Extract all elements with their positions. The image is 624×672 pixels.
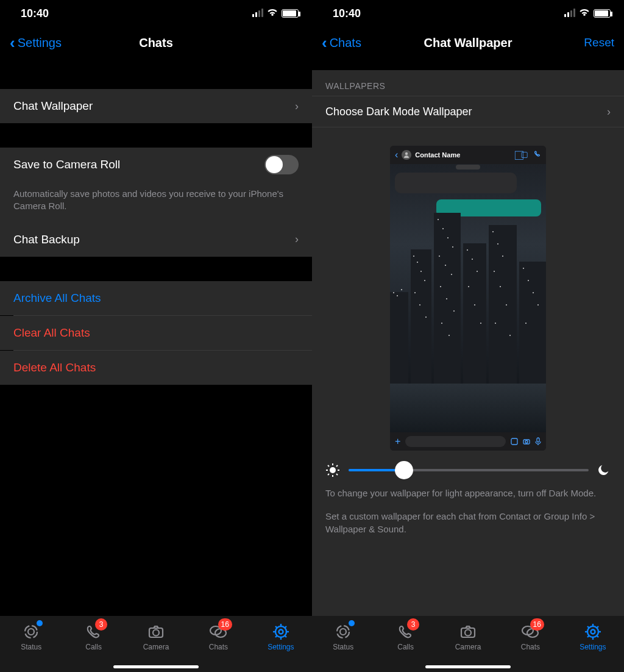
svg-line-67 [328,465,329,466]
tab-settings[interactable]: Settings [562,616,624,659]
tab-bar: Status 3 Calls Camera 16 Chats Settings [312,616,624,672]
preview-skyline [390,225,546,432]
save-camera-roll-row[interactable]: Save to Camera Roll [0,148,312,182]
svg-rect-32 [445,265,446,266]
svg-point-74 [465,630,471,636]
svg-rect-27 [438,219,439,220]
svg-point-16 [405,152,408,155]
nav-header: ‹ Chats Chat Wallpaper Reset [312,27,624,59]
back-button[interactable]: ‹ Chats [322,35,361,51]
reset-button[interactable]: Reset [584,36,614,49]
svg-rect-48 [494,271,495,272]
svg-line-69 [328,474,329,475]
tab-label: Chats [521,643,540,651]
svg-rect-52 [509,335,511,336]
save-camera-roll-toggle[interactable] [264,155,299,174]
back-label: Chats [330,36,361,50]
tab-label: Settings [580,643,606,651]
tab-status[interactable]: Status [312,616,374,659]
svg-rect-25 [419,304,420,306]
svg-point-78 [590,630,595,634]
chevron-left-icon: ‹ [322,35,327,51]
gear-icon [272,623,289,640]
tab-settings[interactable]: Settings [250,616,312,659]
svg-rect-30 [452,246,453,248]
svg-rect-33 [451,274,452,275]
tab-label: Camera [143,643,169,651]
preview-contact-name: Contact Name [415,151,460,159]
row-label: Clear All Chats [13,326,90,340]
slider-knob[interactable] [395,461,413,479]
avatar-icon [402,150,411,160]
svg-line-14 [275,635,277,637]
svg-rect-21 [417,262,418,263]
row-label: Chat Backup [13,233,80,246]
svg-rect-37 [441,323,442,324]
tab-bar: Status 3 Calls Camera 16 Chats Settings [0,616,312,672]
status-dot-badge [349,620,355,626]
svg-point-7 [278,630,283,634]
svg-rect-24 [414,292,416,293]
archive-all-chats-button[interactable]: Archive All Chats [0,281,312,315]
tab-chats[interactable]: 16 Chats [499,616,561,659]
brightness-slider[interactable] [349,469,589,471]
svg-rect-29 [447,237,448,238]
signal-icon [563,7,575,20]
svg-rect-22 [420,271,422,272]
preview-input-bar: + [390,432,546,451]
svg-rect-31 [439,256,440,257]
chats-badge: 16 [218,618,232,631]
choose-dark-wallpaper-row[interactable]: Choose Dark Mode Wallpaper › [312,96,624,127]
chat-backup-row[interactable]: Chat Backup › [0,223,312,257]
tab-camera[interactable]: Camera [437,616,499,659]
tab-camera[interactable]: Camera [125,616,187,659]
svg-line-86 [597,626,598,628]
home-indicator[interactable] [425,665,511,668]
brightness-slider-row [312,451,624,485]
svg-point-60 [525,441,528,443]
svg-line-84 [597,635,598,637]
svg-point-1 [28,629,34,635]
svg-rect-41 [477,271,478,272]
svg-rect-18 [397,295,398,296]
svg-rect-42 [468,286,469,287]
wifi-icon [267,7,278,20]
back-button[interactable]: ‹ Settings [10,35,62,51]
tab-calls[interactable]: 3 Calls [62,616,124,659]
tab-label: Camera [455,643,481,651]
delete-all-chats-button[interactable]: Delete All Chats [0,351,312,385]
plus-icon: + [395,436,400,447]
svg-rect-51 [495,323,496,324]
preview-header: ‹ Contact Name ⃞▢ [390,146,546,164]
wallpapers-section-header: WALLPAPERS [312,70,624,96]
tab-calls[interactable]: 3 Calls [374,616,436,659]
tab-status[interactable]: Status [0,616,62,659]
status-time: 10:40 [21,7,49,20]
preview-water [390,384,546,432]
chat-wallpaper-row[interactable]: Chat Wallpaper › [0,89,312,123]
chevron-right-icon: › [295,233,299,246]
status-time: 10:40 [333,7,361,20]
preview-text-input [405,436,506,447]
tab-label: Settings [268,643,294,651]
svg-line-13 [285,635,286,637]
svg-rect-17 [393,292,394,293]
svg-rect-56 [537,304,539,306]
chats-badge: 16 [530,618,544,631]
row-label: Archive All Chats [13,291,101,305]
svg-rect-38 [448,335,450,336]
tab-chats[interactable]: 16 Chats [187,616,249,659]
home-indicator[interactable] [113,665,199,668]
video-call-icon: ⃞▢ [521,150,528,160]
svg-rect-46 [497,243,498,245]
clear-all-chats-button[interactable]: Clear All Chats [0,316,312,350]
svg-rect-61 [537,438,539,442]
camera-icon [459,623,477,640]
status-icon [335,623,352,640]
svg-rect-19 [401,289,402,290]
svg-rect-50 [506,304,507,306]
svg-line-70 [336,465,338,466]
svg-line-12 [275,626,277,628]
battery-icon [594,9,611,18]
svg-point-71 [337,626,349,638]
